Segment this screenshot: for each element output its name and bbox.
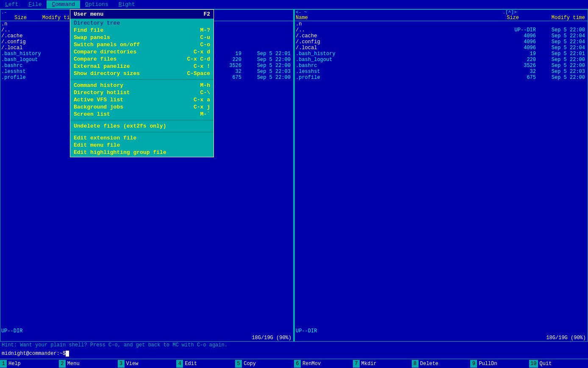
menu-cmd-history[interactable]: Command history M-h <box>70 82 214 89</box>
fkey-3[interactable]: 3 View <box>118 359 177 368</box>
menu-find-file[interactable]: Find file M-? <box>70 27 214 34</box>
right-row-lesshst[interactable]: .lesshst 32 Sep 5 22:03 <box>295 69 588 75</box>
right-row-local[interactable]: /.local 4096 Sep 5 22:04 <box>295 45 588 51</box>
menu-swap-panels[interactable]: Swap panels C-u <box>70 34 214 41</box>
divider-2 <box>70 120 214 120</box>
divider-3 <box>70 132 214 132</box>
menu-compare-files[interactable]: Compare files C-x C-d <box>70 56 214 63</box>
menu-edit-menu[interactable]: Edit menu file <box>70 142 214 149</box>
fkey-7[interactable]: 7 Mkdir <box>353 359 412 368</box>
panels-container: .- .[^]> Size Modify time .n /.. <box>0 9 588 342</box>
hint-line: Hint: Want your plain shell? Press C-o, … <box>0 342 588 350</box>
right-row-profile[interactable]: .profile 675 Sep 5 22:00 <box>295 75 588 81</box>
left-disk-info: 18G/19G (90%) <box>0 335 293 341</box>
right-disk-info: 18G/19G (90%) <box>295 335 588 341</box>
menu-left[interactable]: Left <box>0 0 23 8</box>
dropdown-title-shortcut: F2 <box>203 11 210 17</box>
command-prompt: midnight@commander:~$ <box>2 351 66 358</box>
menu-screen-list[interactable]: Screen list M-` <box>70 111 214 118</box>
menu-switch-panels[interactable]: Switch panels on/off C-o <box>70 41 214 48</box>
dropdown-menu: User menu F2 Directory tree Find file M-… <box>70 9 214 157</box>
top-menubar: Left File Command Options Right <box>0 0 588 9</box>
right-panel-empty <box>295 81 588 328</box>
right-panel-cols: Name Size Modify time <box>295 15 588 21</box>
menu-edit-ext[interactable]: Edit extension file <box>70 134 214 142</box>
right-row-bashrc[interactable]: .bashrc 3526 Sep 5 22:00 <box>295 63 588 69</box>
menu-edit-highlight[interactable]: Edit highlighting group file <box>70 149 214 156</box>
menu-options[interactable]: Options <box>80 0 114 8</box>
menu-file[interactable]: File <box>23 0 47 8</box>
fkey-6[interactable]: 6 RenMov <box>294 359 353 368</box>
right-row-nav[interactable]: .n <box>295 21 588 27</box>
main-area: .- .[^]> Size Modify time .n /.. <box>0 9 588 342</box>
dropdown-section-3: Undelete files (ext2fs only) <box>70 122 214 131</box>
fkey-2[interactable]: 2 Menu <box>59 359 118 368</box>
dropdown-section-2: Command history M-h Directory hotlist C-… <box>70 81 214 119</box>
menu-right[interactable]: Right <box>114 0 140 8</box>
left-panel-status: UP--DIR <box>0 328 293 335</box>
right-row-config[interactable]: /.config 4096 Sep 5 22:04 <box>295 39 588 45</box>
right-row-cache[interactable]: /.cache 4096 Sep 5 22:04 <box>295 33 588 39</box>
fkey-bar: 1 Help 2 Menu 3 View 4 Edit 5 Copy 6 Ren… <box>0 359 588 368</box>
right-panel: <- ~ .[^]> Name Size Modify time .n <box>294 9 588 342</box>
command-cursor <box>66 351 69 357</box>
menu-undelete[interactable]: Undelete files (ext2fs only) <box>70 123 214 130</box>
menu-directory-tree[interactable]: Directory tree <box>70 20 214 27</box>
hint-text: Hint: Want your plain shell? Press C-o, … <box>2 342 227 348</box>
menu-dir-hotlist[interactable]: Directory hotlist C-\ <box>70 89 214 96</box>
menu-bg-jobs[interactable]: Background jobs C-x j <box>70 103 214 111</box>
command-line[interactable]: midnight@commander:~$ <box>0 350 588 359</box>
dropdown-title: User menu F2 <box>70 10 214 19</box>
fkey-4[interactable]: 4 Edit <box>176 359 235 368</box>
right-panel-header: <- ~ .[^]> <box>295 10 588 15</box>
menu-active-vfs[interactable]: Active VFS list C-x a <box>70 96 214 103</box>
right-row-bash-history[interactable]: .bash_history 19 Sep 5 22:01 <box>295 51 588 57</box>
divider-1 <box>70 79 214 80</box>
fkey-8[interactable]: 8 Delete <box>412 359 471 368</box>
right-row-0[interactable]: /.. UP--DIR Sep 5 22:00 <box>295 27 588 33</box>
fkey-1[interactable]: 1 Help <box>0 359 59 368</box>
fkey-5[interactable]: 5 Copy <box>235 359 294 368</box>
right-col-mod: Modify time <box>536 15 587 21</box>
left-col-size: Size <box>1 15 27 21</box>
right-row-bash-logout[interactable]: .bash_logout 220 Sep 5 22:00 <box>295 57 588 63</box>
menu-ext-panelize[interactable]: External panelize C-x ! <box>70 63 214 70</box>
menu-dir-sizes[interactable]: Show directory sizes C-Space <box>70 70 214 77</box>
right-col-size: Size <box>494 15 519 21</box>
dropdown-title-text: User menu <box>74 11 103 17</box>
menu-compare-dirs[interactable]: Compare directories C-x d <box>70 48 214 56</box>
fkey-10[interactable]: 10 Quit <box>529 359 588 368</box>
menu-command[interactable]: Command <box>47 0 80 8</box>
dropdown-section-1: Directory tree Find file M-? Swap panels… <box>70 19 214 78</box>
right-col-name: Name <box>296 15 308 21</box>
fkey-9[interactable]: 9 PullDn <box>470 359 529 368</box>
dropdown-section-4: Edit extension file Edit menu file Edit … <box>70 134 214 157</box>
right-panel-status: UP--DIR <box>295 328 588 335</box>
